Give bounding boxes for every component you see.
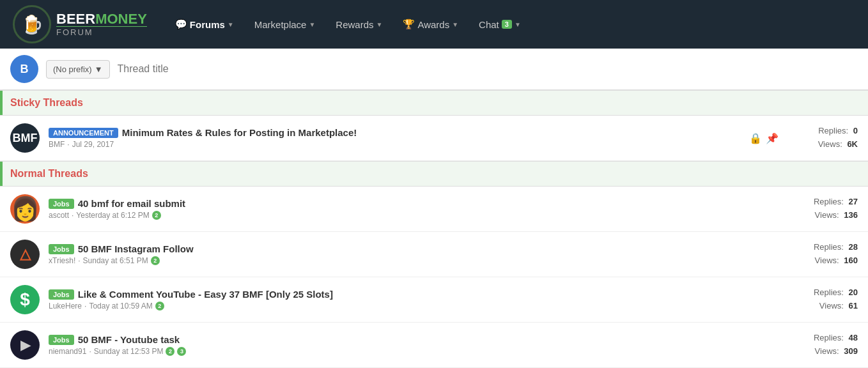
thread-info: ANNOUNCEMENT Minimum Rates & Rules for P… xyxy=(49,127,740,149)
thread-stats: Replies: 20 Views: 61 xyxy=(787,286,858,313)
thread-meta: ascott · Yesterday at 6:12 PM 2 xyxy=(49,211,779,220)
chat-chevron-icon: ▼ xyxy=(515,21,521,28)
new-thread-bar: B (No prefix) ▼ xyxy=(0,49,868,90)
thread-stats: Replies: 0 Views: 6K xyxy=(787,125,858,151)
replies-count: 27 xyxy=(849,197,858,206)
views-count: 309 xyxy=(844,346,858,356)
thread-title[interactable]: 50 BMF - Youtube task xyxy=(78,334,180,345)
thread-stats: Replies: 27 Views: 136 xyxy=(787,195,858,222)
nav-items: 💬 Forums ▼ Marketplace ▼ Rewards ▼ 🏆 Awa… xyxy=(166,13,855,35)
replies-count: 20 xyxy=(849,288,858,297)
nav-chat[interactable]: Chat 3 ▼ xyxy=(470,14,530,35)
thread-date: Sunday at 12:53 PM xyxy=(94,347,164,356)
thread-author: xTriesh! xyxy=(49,256,75,265)
thread-title[interactable]: 40 bmf for email submit xyxy=(78,198,185,209)
rewards-chevron-icon: ▼ xyxy=(376,21,383,28)
logo-money: MONEY xyxy=(95,12,147,26)
thread-title[interactable]: Minimum Rates & Rules for Posting in Mar… xyxy=(122,127,357,138)
prefix-label: (No prefix) xyxy=(53,65,92,74)
replies-label: Replies: xyxy=(814,242,844,252)
normal-threads-header: Normal Threads xyxy=(0,161,868,187)
logo-text: BEER MONEY FORUM xyxy=(56,12,147,36)
views-label: Views: xyxy=(815,346,839,356)
views-row: Views: 136 xyxy=(787,209,858,222)
thread-stats: Replies: 48 Views: 309 xyxy=(787,332,858,358)
replies-row: Replies: 0 xyxy=(787,125,858,138)
prefix-dropdown[interactable]: (No prefix) ▼ xyxy=(46,60,110,79)
logo-forum: FORUM xyxy=(56,26,147,36)
thread-info: Jobs Like & Comment YouTube - Easy 37 BM… xyxy=(49,289,779,310)
page-dot[interactable]: 2 xyxy=(152,211,161,220)
logo-icon-circle: 🍺 xyxy=(13,5,51,43)
logo[interactable]: 🍺 BEER MONEY FORUM xyxy=(13,5,147,43)
beer-mug-icon: 🍺 xyxy=(21,14,43,35)
thread-date: Sunday at 6:51 PM xyxy=(83,256,148,265)
thread-title[interactable]: Like & Comment YouTube - Easy 37 BMF [On… xyxy=(78,289,333,300)
forums-icon: 💬 xyxy=(175,19,187,30)
thread-title-row: Jobs 50 BMF - Youtube task xyxy=(49,334,779,345)
views-row: Views: 309 xyxy=(787,345,858,358)
page-dot-1[interactable]: 2 xyxy=(166,347,174,356)
awards-icon: 🏆 xyxy=(403,19,415,30)
nav-awards[interactable]: 🏆 Awards ▼ xyxy=(394,13,467,35)
page-dot-2[interactable]: 3 xyxy=(177,347,186,356)
thread-title-row: ANNOUNCEMENT Minimum Rates & Rules for P… xyxy=(49,127,740,138)
thread-author: ascott xyxy=(49,211,69,220)
table-row: BMF ANNOUNCEMENT Minimum Rates & Rules f… xyxy=(0,116,868,161)
awards-label: Awards xyxy=(417,19,449,30)
thread-stats: Replies: 28 Views: 160 xyxy=(787,241,858,268)
replies-label: Replies: xyxy=(814,197,844,206)
nav-marketplace[interactable]: Marketplace ▼ xyxy=(245,14,325,35)
jobs-tag: Jobs xyxy=(49,199,74,209)
normal-threads-label: Normal Threads xyxy=(10,168,88,179)
replies-label: Replies: xyxy=(814,288,844,297)
table-row: ▶ Jobs 50 BMF - Youtube task niemand91 ·… xyxy=(0,323,868,368)
logo-beer: BEER xyxy=(56,12,95,26)
thread-date: Today at 10:59 AM xyxy=(89,302,152,310)
replies-row: Replies: 27 xyxy=(787,195,858,209)
avatar: $ xyxy=(10,285,40,314)
dollar-icon: $ xyxy=(20,289,30,310)
table-row: $ Jobs Like & Comment YouTube - Easy 37 … xyxy=(0,277,868,323)
thread-meta: niemand91 · Sunday at 12:53 PM 2 3 xyxy=(49,347,779,356)
replies-row: Replies: 48 xyxy=(787,332,858,345)
table-row: △ Jobs 50 BMF Instagram Follow xTriesh! … xyxy=(0,232,868,277)
rewards-label: Rewards xyxy=(336,19,373,30)
page-dot[interactable]: 2 xyxy=(151,256,160,265)
thread-icons: 🔒 📌 xyxy=(749,132,779,144)
views-row: Views: 61 xyxy=(787,300,858,313)
nav-rewards[interactable]: Rewards ▼ xyxy=(327,14,391,35)
thread-info: Jobs 40 bmf for email submit ascott · Ye… xyxy=(49,198,779,220)
views-row: Views: 6K xyxy=(787,138,858,151)
lock-icon: 🔒 xyxy=(749,132,762,144)
chat-label: Chat xyxy=(479,19,499,30)
avatar: 👩 xyxy=(10,194,40,224)
table-row: 👩 Jobs 40 bmf for email submit ascott · … xyxy=(0,187,868,232)
thread-title-row: Jobs Like & Comment YouTube - Easy 37 BM… xyxy=(49,289,779,300)
pin-icon: 📌 xyxy=(766,132,779,144)
sticky-threads-label: Sticky Threads xyxy=(10,97,83,108)
page-dot[interactable]: 2 xyxy=(155,302,164,310)
thread-date: Jul 29, 2017 xyxy=(72,140,114,149)
user-avatar: B xyxy=(10,55,38,83)
replies-count: 0 xyxy=(853,126,858,135)
avatar-emoji: 👩 xyxy=(11,195,40,222)
play-icon: ▶ xyxy=(20,337,30,353)
sticky-threads-header: Sticky Threads xyxy=(0,90,868,116)
nav-forums[interactable]: 💬 Forums ▼ xyxy=(166,13,243,35)
jobs-tag: Jobs xyxy=(49,335,74,345)
thread-author: LukeHere xyxy=(49,302,82,310)
green-accent xyxy=(0,91,3,115)
views-count: 61 xyxy=(849,301,858,310)
avatar: ▶ xyxy=(10,330,40,360)
thread-title-input[interactable] xyxy=(118,63,858,75)
views-label: Views: xyxy=(818,139,842,149)
thread-meta: xTriesh! · Sunday at 6:51 PM 2 xyxy=(49,256,779,265)
avatar-symbol: △ xyxy=(20,246,31,263)
replies-label: Replies: xyxy=(818,126,848,135)
thread-meta: LukeHere · Today at 10:59 AM 2 xyxy=(49,302,779,310)
thread-title-row: Jobs 40 bmf for email submit xyxy=(49,198,779,209)
thread-info: Jobs 50 BMF Instagram Follow xTriesh! · … xyxy=(49,243,779,265)
thread-title[interactable]: 50 BMF Instagram Follow xyxy=(78,243,194,254)
views-row: Views: 160 xyxy=(787,254,858,268)
